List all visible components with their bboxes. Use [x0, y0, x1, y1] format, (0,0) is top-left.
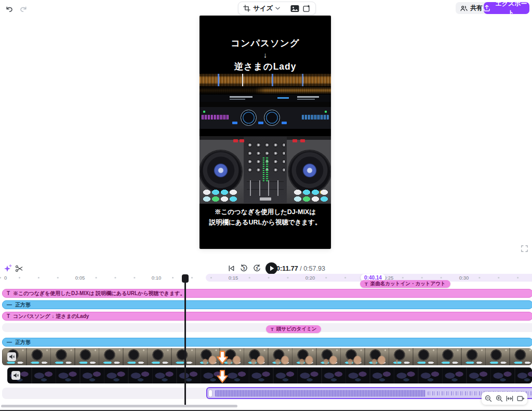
undo-icon — [5, 5, 14, 14]
zoom-in-button[interactable] — [495, 394, 503, 403]
add-page-button[interactable] — [516, 394, 525, 403]
text-clip-song-title-label: コンパスソング ↓ 逆さまのLady — [13, 313, 89, 320]
crossfader — [260, 197, 271, 201]
zoom-in-icon — [496, 395, 503, 402]
dj-waveform-display-top — [200, 74, 331, 86]
mute-button-video-1[interactable] — [7, 352, 16, 361]
jog-wheel-left — [200, 151, 242, 192]
shape-clip-1-label: 正方形 — [15, 301, 31, 309]
audio-clip-trim-handle[interactable] — [209, 390, 212, 396]
hot-button — [292, 139, 297, 142]
people-icon — [460, 5, 468, 11]
text-clip-icon: T — [271, 326, 274, 332]
time-display: 0:11.77 / 0:57.93 — [276, 265, 325, 272]
present-icon — [303, 5, 311, 12]
ruler-tick-1: 0:05 — [73, 275, 87, 281]
current-time: 0:11.77 — [276, 265, 298, 272]
text-clip-partial-label: 楽曲名カットイン・カットアウト — [370, 281, 446, 287]
skip-to-start-button[interactable] — [228, 264, 235, 272]
play-button[interactable] — [265, 262, 277, 274]
deck-cue-button — [258, 122, 263, 124]
preview-caption-line2: 説明欄にあるURLから視聴できます。 — [200, 217, 331, 228]
background-image-button[interactable] — [290, 5, 299, 12]
hot-button — [300, 139, 305, 142]
canvas-toolbar: サイズ — [238, 2, 316, 15]
preview-title-arrow: ↓ — [200, 50, 331, 61]
ruler-tick-0: 0 — [2, 275, 9, 281]
shape-clip-2-label: 正方形 — [15, 339, 31, 346]
total-time: 0:57.93 — [303, 265, 325, 272]
text-clip-icon: T — [365, 281, 368, 287]
hot-button — [240, 139, 244, 142]
crop-icon — [243, 5, 250, 12]
dj-deck-info-bar — [200, 95, 331, 102]
text-clip-caption[interactable]: T ※このつなぎを使用したDJ-MIXは 説明欄にあるURLから視聴できます。 — [2, 289, 532, 298]
hot-button — [233, 139, 238, 142]
mute-button-video-2[interactable] — [11, 371, 20, 380]
forward-5s-icon: 5 — [252, 264, 261, 273]
zoom-out-icon — [485, 395, 492, 402]
shape-clip-square-2[interactable]: — 正方形 — [2, 338, 532, 347]
text-clip-partial-pill[interactable]: T 楽曲名カットイン・カットアウト — [360, 280, 450, 288]
preview-title-line1: コンパスソング — [200, 37, 331, 50]
text-clip-floating-pill[interactable]: T 頭サビのタイミン — [266, 325, 321, 333]
muted-speaker-icon — [13, 373, 19, 378]
video-track-screen-recording[interactable] — [7, 367, 532, 383]
preview-divider-gap — [200, 129, 331, 136]
video-preview-canvas[interactable]: コンパスソング ↓ 逆さまのLady — [200, 16, 331, 249]
sync-marker-arrow-2[interactable] — [217, 370, 228, 383]
transport-controls: 5 5 — [228, 262, 277, 275]
image-icon — [290, 5, 299, 12]
fit-width-icon — [506, 395, 513, 402]
fullscreen-button[interactable] — [519, 243, 529, 254]
split-button[interactable] — [14, 263, 24, 273]
forward-5s-button[interactable]: 5 — [252, 264, 261, 273]
deck-cue-button — [232, 122, 237, 124]
audio-waveform-dense — [215, 390, 425, 396]
sync-marker-arrow-1[interactable] — [217, 351, 228, 364]
present-button[interactable] — [303, 5, 311, 12]
jog-screen — [303, 163, 317, 177]
channel-faders — [247, 180, 284, 196]
zoom-fit-button[interactable] — [506, 394, 514, 403]
redo-button[interactable] — [18, 4, 28, 15]
floating-pill-label: 頭サビのタイミン — [276, 326, 317, 333]
deck-cue-button — [282, 122, 287, 124]
preview-caption-block: ※このつなぎを使用したDJ-MIXは 説明欄にあるURLから視聴できます。 — [200, 207, 331, 228]
export-button-label: エクスポート — [493, 0, 529, 17]
svg-text:5: 5 — [256, 267, 258, 270]
deck-mini-waveform-left — [202, 115, 229, 120]
redo-icon — [19, 5, 28, 14]
undo-button[interactable] — [4, 4, 15, 15]
video-editor-app: サイズ 共有 エクスポート コンパスソング ↓ 逆さまのLady — [0, 0, 532, 411]
text-clip-icon: T — [7, 313, 10, 319]
playhead-handle[interactable] — [182, 274, 189, 283]
preview-title-line2: 逆さまのLady — [200, 61, 331, 73]
deck-mini-waveform-right — [302, 115, 329, 120]
scissors-icon — [15, 264, 23, 273]
magic-add-button[interactable] — [3, 263, 13, 273]
text-clip-caption-label: ※このつなぎを使用したDJ-MIXは 説明欄にあるURLから視聴できます。 — [13, 290, 185, 297]
zoom-out-button[interactable] — [484, 394, 493, 403]
performance-pads-left — [203, 189, 237, 202]
export-button[interactable]: エクスポート — [484, 2, 529, 14]
performance-pads-right — [294, 189, 328, 202]
muted-speaker-icon — [9, 354, 15, 360]
dj-track-overview-strip — [200, 102, 331, 107]
svg-text:5: 5 — [243, 267, 245, 270]
sparkle-plus-icon — [4, 264, 12, 273]
deck-jog-display-right — [264, 110, 280, 126]
timeline-ruler[interactable]: 0 0:05 0:10 0:15 0:20 0:25 0:30 0:40.14 — [0, 274, 532, 283]
video-track-controller[interactable] — [2, 348, 532, 365]
timeline-horizontal-scrollbar[interactable] — [1, 405, 237, 407]
text-clip-song-title[interactable]: T コンパスソング ↓ 逆さまのLady — [2, 312, 532, 321]
ruler-tick-4: 0:20 — [303, 275, 317, 281]
size-button[interactable]: サイズ — [243, 4, 280, 13]
skip-to-start-icon — [228, 264, 235, 272]
text-clip-icon: T — [7, 290, 10, 296]
deck-led-right — [325, 111, 327, 113]
shape-clip-icon: — — [7, 302, 12, 308]
shape-clip-square-1[interactable]: — 正方形 — [2, 300, 532, 309]
dj-waveform-display-bottom — [200, 87, 331, 94]
rewind-5s-button[interactable]: 5 — [240, 264, 248, 273]
